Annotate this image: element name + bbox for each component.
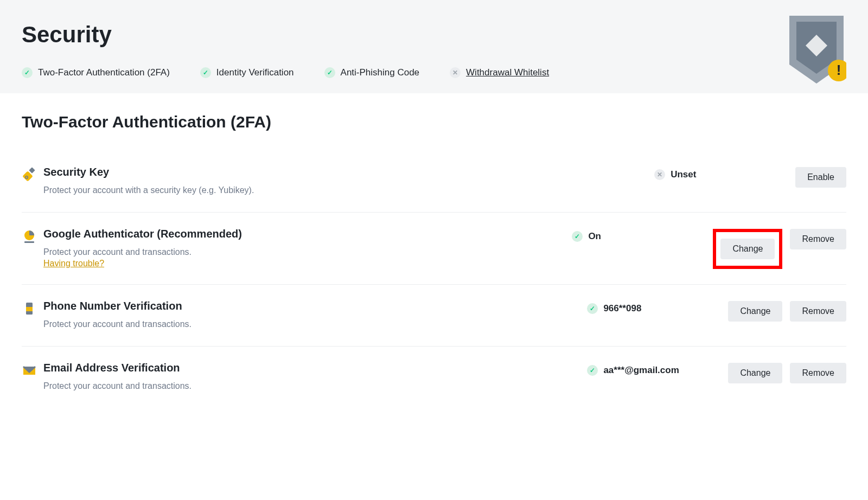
phone-desc: Protect your account and transactions. [43,318,576,331]
status-antiphishing: ✓ Anti-Phishing Code [324,67,420,78]
remove-button[interactable]: Remove [790,301,846,322]
enable-button[interactable]: Enable [795,167,846,188]
x-icon: ✕ [654,169,665,180]
remove-button[interactable]: Remove [790,363,846,383]
status-antiphishing-label: Anti-Phishing Code [341,67,420,78]
email-desc: Protect your account and transactions. [43,380,576,393]
phone-status-text: 966**098 [603,303,641,314]
email-status: ✓ aa***@gmail.com [587,362,728,376]
highlight-annotation: Change [713,229,782,269]
check-icon: ✓ [22,67,33,78]
svg-text:!: ! [837,62,841,78]
security-shield-badge: ! [787,13,846,89]
security-key-desc: Protect your account with a security key… [43,184,643,197]
check-icon: ✓ [572,231,583,242]
remove-button[interactable]: Remove [790,229,846,249]
change-button[interactable]: Change [728,301,782,322]
check-icon: ✓ [324,67,335,78]
google-auth-desc: Protect your account and transactions. [43,246,561,259]
check-icon: ✓ [200,67,211,78]
status-2fa-label: Two-Factor Authentication (2FA) [38,67,170,78]
email-status-text: aa***@gmail.com [603,365,679,376]
security-key-title: Security Key [43,166,643,178]
check-icon: ✓ [587,303,598,314]
svg-rect-5 [29,167,35,173]
x-icon: ✕ [450,67,461,78]
phone-title: Phone Number Verification [43,300,576,312]
google-auth-title: Google Authenticator (Recommended) [43,228,561,240]
security-header: Security ✓ Two-Factor Authentication (2F… [0,0,868,93]
security-key-status-text: Unset [671,169,696,180]
row-security-key: Security Key Protect your account with a… [22,151,846,213]
phone-icon [22,300,43,318]
google-auth-status-text: On [588,231,601,242]
svg-rect-9 [24,241,34,243]
2fa-section: Two-Factor Authentication (2FA) Security… [0,93,868,408]
status-identity-label: Identity Verification [216,67,294,78]
phone-status: ✓ 966**098 [587,300,728,314]
row-email-verification: Email Address Verification Protect your … [22,347,846,408]
security-key-icon [22,166,43,184]
status-withdrawal-label: Withdrawal Whitelist [466,67,549,78]
status-identity: ✓ Identity Verification [200,67,294,78]
page-title: Security [22,22,846,48]
row-phone-verification: Phone Number Verification Protect your a… [22,285,846,347]
google-authenticator-icon [22,228,43,246]
change-button[interactable]: Change [728,363,782,383]
change-button[interactable]: Change [720,239,775,259]
security-status-row: ✓ Two-Factor Authentication (2FA) ✓ Iden… [22,67,846,78]
email-icon [22,362,43,380]
status-withdrawal-whitelist[interactable]: ✕ Withdrawal Whitelist [450,67,549,78]
check-icon: ✓ [587,365,598,376]
section-title: Two-Factor Authentication (2FA) [22,113,846,131]
row-google-authenticator: Google Authenticator (Recommended) Prote… [22,213,846,285]
status-2fa: ✓ Two-Factor Authentication (2FA) [22,67,170,78]
google-auth-status: ✓ On [572,228,713,242]
svg-rect-11 [26,307,33,311]
security-key-status: ✕ Unset [654,166,795,180]
email-title: Email Address Verification [43,362,576,374]
having-trouble-link[interactable]: Having trouble? [43,259,104,268]
